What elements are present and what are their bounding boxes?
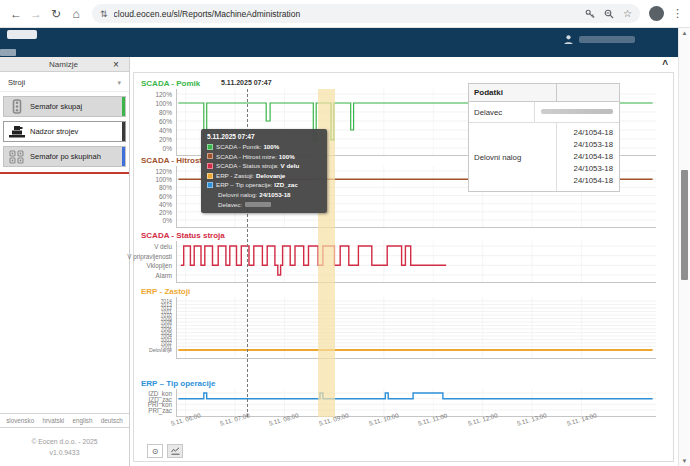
- sidebar-item-nadzor-strojev[interactable]: Nadzor strojev: [3, 121, 126, 142]
- panel-collapse-strip: ^: [131, 57, 678, 72]
- sidebar-title: Namizje: [0, 60, 113, 69]
- user-name-redacted: [579, 36, 635, 43]
- chart-erp-tip-operacije: ERP – Tip operacijeIZD_konIZD_zacPRI_kon…: [138, 379, 668, 417]
- y-axis-label: 60%: [159, 118, 172, 125]
- copyright-text: © Eocen d.o.o. - 2025: [0, 436, 129, 447]
- app-logo-fragment: [0, 49, 16, 56]
- y-axis-labels: V deluV pripravljenostiVklopljenAlarm: [138, 241, 176, 283]
- browser-toolbar: ← → ↻ ⌂ ⇅ cloud.eocen.eu/sl/Reports/Mach…: [0, 0, 690, 28]
- y-axis-label: 40%: [159, 201, 172, 208]
- tooltip-row: Delovni nalog:24/1053-18: [207, 190, 321, 200]
- language-link-slovensko[interactable]: slovensko: [6, 417, 34, 424]
- version-text: v1.0.9433: [0, 447, 129, 458]
- scroll-up-icon[interactable]: ▲: [679, 30, 690, 36]
- y-axis-labels: 7014701370127011701070097008700770067005…: [138, 297, 176, 359]
- sidebar-divider: [0, 172, 129, 174]
- legend-swatch-icon: [207, 144, 213, 150]
- chart-scada-status-stroja: SCADA - Status strojaV deluV pripravljen…: [138, 231, 668, 283]
- bookmark-star-icon[interactable]: ☆: [623, 8, 632, 19]
- machine-group-label: Stroji: [8, 78, 25, 87]
- y-axis-label: 80%: [159, 109, 172, 116]
- sidebar-item-semafor-skupaj[interactable]: Semafor skupaj: [3, 96, 126, 117]
- y-axis-label: 100%: [155, 176, 172, 183]
- y-axis-label: 0%: [163, 145, 172, 152]
- cursor-timestamp-label: 5.11.2025 07:47: [221, 79, 272, 86]
- tooltip-row: ERP - Zastoji:Delovanje: [207, 171, 321, 181]
- sidebar-item-label: Nadzor strojev: [30, 127, 78, 136]
- x-axis-labels: 5.11. 06:005.11. 07:005.11. 08:005.11. 0…: [138, 417, 668, 433]
- data-panel-header: Podatki: [469, 84, 619, 102]
- data-panel-row: Delovni nalog24/1054-1824/1053-1824/1054…: [469, 123, 619, 191]
- data-panel-title: Podatki: [469, 84, 557, 101]
- tooltip-timestamp: 5.11.2025 07:47: [207, 133, 321, 140]
- legend-swatch-icon: [207, 173, 213, 179]
- y-axis-label: 80%: [159, 184, 172, 191]
- language-link-deutsch[interactable]: deutsch: [101, 417, 123, 424]
- y-axis-label: 20%: [159, 209, 172, 216]
- y-axis-label: 40%: [159, 127, 172, 134]
- user-menu[interactable]: [563, 34, 635, 45]
- app-logo: [7, 30, 37, 39]
- url-text[interactable]: cloud.eocen.eu/sl/Reports/MachineAdminis…: [114, 9, 579, 19]
- zoom-out-icon[interactable]: [604, 9, 614, 19]
- chart-title-erp-zastoji: ERP - Zastoji: [138, 287, 668, 297]
- tooltip-row: SCADA - Hitrost mize:100%: [207, 152, 321, 162]
- redacted-value: [245, 202, 271, 207]
- line-chart-icon: [171, 447, 180, 455]
- tooltip-row: SCADA - Status stroja:V delu: [207, 161, 321, 171]
- sidebar-close-icon[interactable]: ×: [113, 59, 129, 70]
- user-icon: [563, 34, 574, 45]
- y-axis-label: 60%: [159, 193, 172, 200]
- password-key-icon[interactable]: [585, 9, 595, 19]
- crosshair-tool-button[interactable]: ⊙: [147, 444, 163, 458]
- browser-back-icon[interactable]: ←: [6, 7, 26, 21]
- machine-icon: [8, 124, 26, 139]
- y-axis-label: 20%: [159, 136, 172, 143]
- sidebar-item-semafor-po-skupinah[interactable]: Semafor po skupinah: [3, 146, 126, 167]
- machine-group-select[interactable]: Stroji ▾: [0, 72, 129, 92]
- site-info-icon[interactable]: ⇅: [100, 9, 108, 19]
- chart-title-scada-status-stroja: SCADA - Status stroja: [138, 231, 668, 241]
- browser-home-icon[interactable]: ⌂: [66, 7, 86, 21]
- legend-swatch-icon: [207, 163, 213, 169]
- y-axis-label: PRI_zac: [148, 407, 172, 414]
- page-scrollbar[interactable]: ▲ ▼: [678, 28, 690, 466]
- line-chart-tool-button[interactable]: [167, 444, 183, 458]
- sidebar: Namizje × Stroji ▾ Semafor skupajNadzor …: [0, 57, 130, 466]
- item-accent-bar: [122, 122, 125, 141]
- traffic-light-icon: [8, 99, 26, 114]
- legend-swatch-icon: [207, 153, 213, 159]
- chart-toolbar: ⊙: [147, 444, 183, 458]
- machine-administration-page: ← → ↻ ⌂ ⇅ cloud.eocen.eu/sl/Reports/Mach…: [0, 0, 690, 466]
- browser-profile-avatar[interactable]: [649, 6, 664, 21]
- tooltip-row: ERP – Tip operacije:IZD_zac: [207, 180, 321, 190]
- tooltip-row: Delavec:: [207, 200, 321, 210]
- data-panel-row-value: 24/1054-1824/1053-1824/1054-1824/1053-18…: [557, 123, 619, 191]
- language-link-hrvatski[interactable]: hrvatski: [42, 417, 64, 424]
- y-axis-label: V delu: [154, 243, 172, 250]
- data-panel-row-label: Delovni nalog: [469, 123, 557, 191]
- scroll-down-icon[interactable]: ▼: [679, 458, 690, 464]
- collapse-chevron-icon[interactable]: ^: [662, 59, 668, 70]
- data-panel: Podatki DelavecDelovni nalog24/1054-1824…: [468, 83, 620, 192]
- address-bar[interactable]: ⇅ cloud.eocen.eu/sl/Reports/MachineAdmin…: [92, 4, 640, 23]
- data-panel-row: Delavec: [469, 102, 619, 123]
- y-axis-label: 120%: [155, 168, 172, 175]
- scrollbar-thumb[interactable]: [681, 170, 688, 280]
- browser-forward-icon[interactable]: →: [26, 7, 46, 21]
- language-link-english[interactable]: english: [73, 417, 93, 424]
- data-panel-row-label: Delavec: [469, 102, 535, 122]
- y-axis-label: Alarm: [156, 272, 172, 279]
- y-axis-labels: IZD_konIZD_zacPRI_konPRI_zac: [138, 389, 176, 417]
- data-panel-row-value: [535, 102, 619, 122]
- tooltip-row: SCADA - Pomik:100%: [207, 142, 321, 152]
- legend-swatch-icon: [207, 182, 213, 188]
- chart-title-erp-tip-operacije: ERP – Tip operacije: [138, 379, 668, 389]
- browser-menu-icon[interactable]: ⋮: [672, 7, 683, 20]
- browser-reload-icon[interactable]: ↻: [46, 7, 66, 21]
- y-axis-label: 100%: [155, 100, 172, 107]
- report-card: SCADA - Pomik120%100%80%60%40%20%0%SCADA…: [133, 72, 674, 462]
- language-links: slovenskohrvatskienglishdeutsch: [0, 413, 129, 428]
- redacted-value: [541, 109, 613, 114]
- traffic-light-group-icon: [8, 149, 26, 164]
